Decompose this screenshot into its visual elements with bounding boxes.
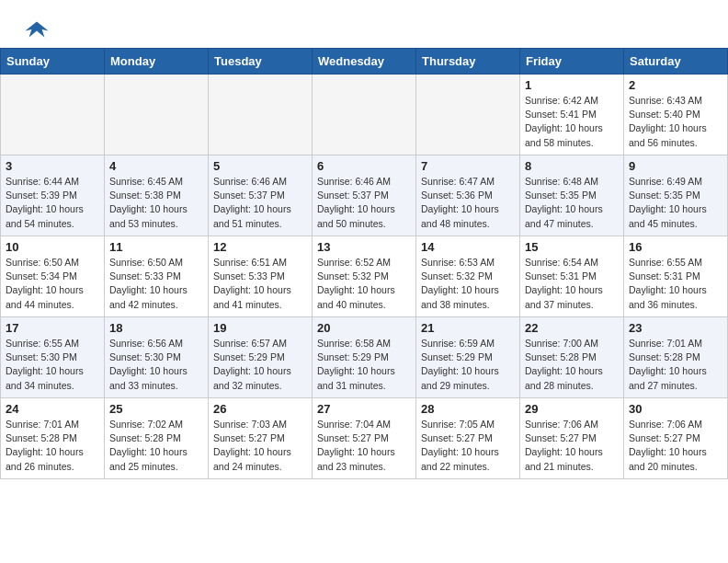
- day-number: 20: [317, 321, 411, 335]
- day-number: 16: [629, 240, 722, 254]
- day-info: Sunrise: 6:52 AMSunset: 5:32 PMDaylight:…: [317, 257, 395, 310]
- weekday-header-thursday: Thursday: [416, 49, 520, 75]
- day-number: 10: [6, 240, 99, 254]
- calendar-cell: 25 Sunrise: 7:02 AMSunset: 5:28 PMDaylig…: [105, 398, 209, 479]
- day-info: Sunrise: 6:51 AMSunset: 5:33 PMDaylight:…: [213, 257, 291, 310]
- calendar-cell: 2 Sunrise: 6:43 AMSunset: 5:40 PMDayligh…: [624, 75, 728, 155]
- calendar-cell: 9 Sunrise: 6:49 AMSunset: 5:35 PMDayligh…: [624, 155, 728, 236]
- day-info: Sunrise: 6:45 AMSunset: 5:38 PMDaylight:…: [109, 176, 188, 229]
- day-number: 2: [629, 78, 722, 92]
- calendar-cell: 30 Sunrise: 7:06 AMSunset: 5:27 PMDaylig…: [624, 398, 728, 479]
- calendar-cell: 26 Sunrise: 7:03 AMSunset: 5:27 PMDaylig…: [209, 398, 313, 479]
- calendar-cell: 4 Sunrise: 6:45 AMSunset: 5:38 PMDayligh…: [105, 155, 209, 236]
- day-number: 22: [525, 321, 619, 335]
- calendar-cell: [209, 75, 313, 155]
- weekday-header-row: SundayMondayTuesdayWednesdayThursdayFrid…: [1, 49, 728, 75]
- day-info: Sunrise: 6:46 AMSunset: 5:37 PMDaylight:…: [317, 176, 395, 229]
- weekday-header-sunday: Sunday: [1, 49, 105, 75]
- page-header: [0, 0, 728, 48]
- logo-bird-icon: [24, 17, 50, 42]
- day-info: Sunrise: 6:58 AMSunset: 5:29 PMDaylight:…: [317, 338, 395, 391]
- calendar-cell: 14 Sunrise: 6:53 AMSunset: 5:32 PMDaylig…: [416, 236, 520, 317]
- day-number: 4: [109, 159, 203, 173]
- day-info: Sunrise: 7:06 AMSunset: 5:27 PMDaylight:…: [629, 419, 707, 472]
- day-info: Sunrise: 6:53 AMSunset: 5:32 PMDaylight:…: [421, 257, 499, 310]
- weekday-header-tuesday: Tuesday: [209, 49, 313, 75]
- day-info: Sunrise: 6:50 AMSunset: 5:33 PMDaylight:…: [109, 257, 188, 310]
- weekday-header-monday: Monday: [105, 49, 209, 75]
- day-number: 13: [317, 240, 411, 254]
- day-number: 28: [421, 402, 515, 416]
- day-info: Sunrise: 7:05 AMSunset: 5:27 PMDaylight:…: [421, 419, 499, 472]
- weekday-header-wednesday: Wednesday: [313, 49, 416, 75]
- calendar-cell: [1, 75, 105, 155]
- day-info: Sunrise: 6:50 AMSunset: 5:34 PMDaylight:…: [6, 257, 84, 310]
- day-info: Sunrise: 6:48 AMSunset: 5:35 PMDaylight:…: [525, 176, 603, 229]
- day-number: 30: [629, 402, 722, 416]
- calendar-cell: 12 Sunrise: 6:51 AMSunset: 5:33 PMDaylig…: [209, 236, 313, 317]
- day-info: Sunrise: 6:55 AMSunset: 5:30 PMDaylight:…: [6, 338, 84, 391]
- calendar-cell: 15 Sunrise: 6:54 AMSunset: 5:31 PMDaylig…: [520, 236, 624, 317]
- calendar-cell: 7 Sunrise: 6:47 AMSunset: 5:36 PMDayligh…: [416, 155, 520, 236]
- calendar-week-row: 1 Sunrise: 6:42 AMSunset: 5:41 PMDayligh…: [1, 75, 728, 155]
- day-number: 19: [213, 321, 307, 335]
- day-number: 15: [525, 240, 619, 254]
- day-number: 14: [421, 240, 515, 254]
- day-info: Sunrise: 7:04 AMSunset: 5:27 PMDaylight:…: [317, 419, 395, 472]
- day-info: Sunrise: 6:59 AMSunset: 5:29 PMDaylight:…: [421, 338, 499, 391]
- day-info: Sunrise: 6:43 AMSunset: 5:40 PMDaylight:…: [629, 95, 707, 148]
- day-info: Sunrise: 6:44 AMSunset: 5:39 PMDaylight:…: [6, 176, 84, 229]
- logo: [22, 17, 50, 39]
- calendar-cell: 19 Sunrise: 6:57 AMSunset: 5:29 PMDaylig…: [209, 317, 313, 398]
- calendar-cell: 3 Sunrise: 6:44 AMSunset: 5:39 PMDayligh…: [1, 155, 105, 236]
- calendar-cell: 29 Sunrise: 7:06 AMSunset: 5:27 PMDaylig…: [520, 398, 624, 479]
- calendar-cell: 5 Sunrise: 6:46 AMSunset: 5:37 PMDayligh…: [209, 155, 313, 236]
- calendar-cell: 28 Sunrise: 7:05 AMSunset: 5:27 PMDaylig…: [416, 398, 520, 479]
- day-number: 27: [317, 402, 411, 416]
- day-info: Sunrise: 7:00 AMSunset: 5:28 PMDaylight:…: [525, 338, 603, 391]
- calendar-cell: 11 Sunrise: 6:50 AMSunset: 5:33 PMDaylig…: [105, 236, 209, 317]
- calendar-cell: 18 Sunrise: 6:56 AMSunset: 5:30 PMDaylig…: [105, 317, 209, 398]
- calendar-table: SundayMondayTuesdayWednesdayThursdayFrid…: [0, 48, 728, 479]
- day-number: 11: [109, 240, 203, 254]
- calendar-cell: 13 Sunrise: 6:52 AMSunset: 5:32 PMDaylig…: [313, 236, 416, 317]
- day-number: 23: [629, 321, 722, 335]
- day-number: 12: [213, 240, 307, 254]
- calendar-cell: [105, 75, 209, 155]
- calendar-cell: 17 Sunrise: 6:55 AMSunset: 5:30 PMDaylig…: [1, 317, 105, 398]
- day-number: 21: [421, 321, 515, 335]
- calendar-cell: 27 Sunrise: 7:04 AMSunset: 5:27 PMDaylig…: [313, 398, 416, 479]
- day-info: Sunrise: 7:06 AMSunset: 5:27 PMDaylight:…: [525, 419, 603, 472]
- day-number: 3: [6, 159, 99, 173]
- day-info: Sunrise: 6:46 AMSunset: 5:37 PMDaylight:…: [213, 176, 291, 229]
- calendar-cell: 8 Sunrise: 6:48 AMSunset: 5:35 PMDayligh…: [520, 155, 624, 236]
- day-info: Sunrise: 7:01 AMSunset: 5:28 PMDaylight:…: [629, 338, 707, 391]
- day-number: 6: [317, 159, 411, 173]
- calendar-week-row: 17 Sunrise: 6:55 AMSunset: 5:30 PMDaylig…: [1, 317, 728, 398]
- day-number: 18: [109, 321, 203, 335]
- day-info: Sunrise: 6:47 AMSunset: 5:36 PMDaylight:…: [421, 176, 499, 229]
- weekday-header-friday: Friday: [520, 49, 624, 75]
- day-info: Sunrise: 7:01 AMSunset: 5:28 PMDaylight:…: [6, 419, 84, 472]
- day-number: 17: [6, 321, 99, 335]
- day-info: Sunrise: 6:49 AMSunset: 5:35 PMDaylight:…: [629, 176, 707, 229]
- calendar-cell: [416, 75, 520, 155]
- calendar-week-row: 24 Sunrise: 7:01 AMSunset: 5:28 PMDaylig…: [1, 398, 728, 479]
- calendar-cell: 24 Sunrise: 7:01 AMSunset: 5:28 PMDaylig…: [1, 398, 105, 479]
- calendar-week-row: 10 Sunrise: 6:50 AMSunset: 5:34 PMDaylig…: [1, 236, 728, 317]
- weekday-header-saturday: Saturday: [624, 49, 728, 75]
- day-number: 25: [109, 402, 203, 416]
- day-number: 8: [525, 159, 619, 173]
- day-number: 24: [6, 402, 99, 416]
- calendar-cell: 23 Sunrise: 7:01 AMSunset: 5:28 PMDaylig…: [624, 317, 728, 398]
- day-info: Sunrise: 6:54 AMSunset: 5:31 PMDaylight:…: [525, 257, 603, 310]
- calendar-cell: 1 Sunrise: 6:42 AMSunset: 5:41 PMDayligh…: [520, 75, 624, 155]
- calendar-cell: 10 Sunrise: 6:50 AMSunset: 5:34 PMDaylig…: [1, 236, 105, 317]
- day-number: 1: [525, 78, 619, 92]
- day-number: 5: [213, 159, 307, 173]
- calendar-cell: 6 Sunrise: 6:46 AMSunset: 5:37 PMDayligh…: [313, 155, 416, 236]
- calendar-cell: 22 Sunrise: 7:00 AMSunset: 5:28 PMDaylig…: [520, 317, 624, 398]
- day-number: 26: [213, 402, 307, 416]
- svg-marker-0: [25, 22, 48, 38]
- day-info: Sunrise: 6:56 AMSunset: 5:30 PMDaylight:…: [109, 338, 188, 391]
